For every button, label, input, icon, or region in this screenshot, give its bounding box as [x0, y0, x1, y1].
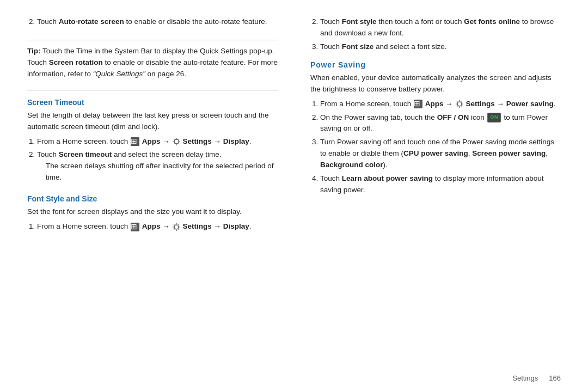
screen-timeout-body: Set the length of delay between the last…	[27, 110, 278, 133]
screen-timeout-steps: From a Home screen, touch Apps → Setting…	[37, 136, 278, 184]
step1-arrow2: →	[213, 137, 223, 145]
power-step4-a: Touch	[320, 174, 342, 182]
apps-icon	[131, 137, 139, 146]
cpu-power-saving-bold: CPU power saving	[403, 149, 468, 157]
font-step1-settings-label: Settings	[182, 222, 211, 230]
power-step2-b: icon	[469, 113, 485, 121]
power-step1-a: From a Home screen, touch	[320, 100, 413, 108]
font-style-bold: Font style	[342, 17, 377, 26]
page: Touch Auto-rotate screen to enable or di…	[0, 0, 588, 392]
power-saving-heading: Power Saving	[310, 60, 561, 69]
right-column: Touch Font style then touch a font or to…	[305, 16, 561, 376]
screen-timeout-section: Screen Timeout Set the length of delay b…	[27, 96, 278, 187]
step1-arrow: →	[162, 137, 171, 145]
apps-icon-2	[131, 223, 139, 231]
svg-point-0	[174, 139, 179, 144]
learn-about-bold: Learn about power saving	[342, 174, 433, 182]
get-fonts-bold: Get fonts online	[464, 17, 520, 26]
divider-1	[27, 40, 278, 40]
font-style-heading: Font Style and Size	[27, 194, 278, 203]
font-step1-arrow: →	[162, 222, 171, 230]
power-saving-steps: From a Home screen, touch Apps → Setting…	[320, 99, 561, 196]
power-step1-apps-label: Apps	[425, 100, 444, 108]
footer-page: 166	[549, 374, 561, 382]
autorotate-bold: Auto-rotate screen	[59, 17, 124, 26]
left-column: Touch Auto-rotate screen to enable or di…	[27, 16, 283, 376]
power-step1-settings-label: Settings	[465, 100, 494, 108]
step2-text-b: and select the screen delay time.	[112, 150, 221, 158]
font-step3: Touch Font size and select a font size.	[320, 41, 561, 53]
power-saving-section: Power Saving When enabled, your device a…	[310, 60, 561, 199]
tip-block: Tip: Touch the Time in the System Bar to…	[27, 46, 278, 80]
power-step2: On the Power saving tab, touch the OFF /…	[320, 112, 561, 135]
power-step4: Touch Learn about power saving to displa…	[320, 173, 561, 196]
screen-timeout-heading: Screen Timeout	[27, 98, 278, 107]
power-step3: Turn Power saving off and touch one of t…	[320, 137, 561, 171]
step2-text-a: Touch	[37, 150, 59, 158]
footer: Settings 166	[512, 374, 561, 382]
step2-sub: The screen delays shutting off after ina…	[46, 161, 278, 183]
font-step1-text-a: From a Home screen, touch	[37, 222, 130, 230]
font-step2-a: Touch	[320, 17, 342, 26]
font-style-body: Set the font for screen displays and the…	[27, 206, 278, 218]
step1-settings-label: Settings	[182, 137, 211, 145]
power-step2-a: On the Power saving tab, touch the	[320, 113, 437, 121]
font-style-steps-continued: Touch Font style then touch a font or to…	[320, 16, 561, 55]
power-step1: From a Home screen, touch Apps → Setting…	[320, 99, 561, 110]
step1-apps-label: Apps	[142, 137, 161, 145]
screen-timeout-step1: From a Home screen, touch Apps → Setting…	[37, 136, 278, 148]
step1-display-label: Display	[223, 137, 249, 145]
font-step1-arrow2: →	[213, 222, 223, 230]
tip-label: Tip:	[27, 47, 41, 55]
font-style-step1: From a Home screen, touch Apps → Setting…	[37, 221, 278, 232]
footer-label: Settings	[512, 374, 538, 382]
screen-timeout-step2: Touch Screen timeout and select the scre…	[37, 149, 278, 183]
power-off-on-bold: OFF / ON	[437, 113, 469, 121]
tip-italic: “Quick Settings”	[93, 70, 145, 78]
bg-color-bold: Background color	[320, 161, 383, 169]
font-step1-apps-label: Apps	[142, 222, 161, 230]
svg-point-2	[457, 102, 462, 106]
tip-text3: on page 26.	[145, 70, 186, 78]
font-step3-b: and select a font size.	[373, 42, 446, 51]
font-style-steps: From a Home screen, touch Apps → Setting…	[37, 221, 278, 232]
font-style-section: Font Style and Size Set the font for scr…	[27, 192, 278, 236]
on-badge: ON	[487, 113, 500, 122]
power-step3-comma2: ,	[546, 149, 548, 157]
power-step3-b: ).	[383, 161, 388, 169]
font-size-bold: Font size	[342, 42, 374, 51]
power-step1-power-saving-label: Power saving	[506, 100, 554, 108]
font-step2-b: then touch a font or touch	[377, 17, 464, 26]
autorotate-step2: Touch Auto-rotate screen to enable or di…	[37, 16, 278, 28]
apps-icon-3	[414, 100, 422, 108]
autorotate-text: to enable or disable the auto-rotate fea…	[124, 17, 267, 26]
step2-screen-timeout-label: Screen timeout	[59, 150, 112, 158]
power-saving-body: When enabled, your device automatically …	[310, 72, 561, 95]
tip-screen-rotation: Screen rotation	[49, 58, 103, 66]
settings-icon-3	[455, 100, 466, 108]
step1-text-a: From a Home screen, touch	[37, 137, 130, 145]
power-step1-arrow2: →	[497, 100, 506, 108]
settings-icon	[172, 137, 183, 145]
svg-point-1	[174, 225, 179, 229]
font-step1-display-label: Display	[223, 222, 249, 230]
power-step1-arrow: →	[445, 100, 455, 108]
font-step3-a: Touch	[320, 42, 342, 51]
settings-icon-2	[172, 222, 183, 230]
font-step2: Touch Font style then touch a font or to…	[320, 16, 561, 39]
divider-2	[27, 90, 278, 90]
screen-power-saving-bold: Screen power saving	[472, 149, 546, 157]
